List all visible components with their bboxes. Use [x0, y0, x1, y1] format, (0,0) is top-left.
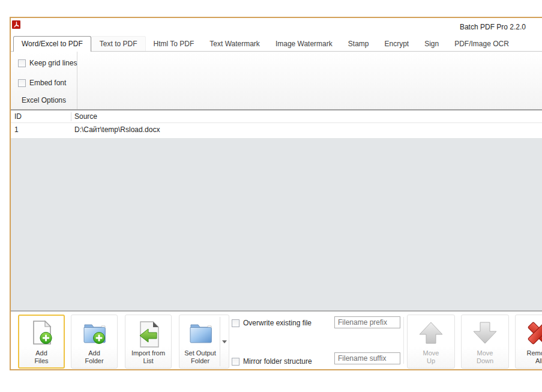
filename-prefix-input[interactable] [334, 316, 400, 328]
arrow-down-icon [471, 319, 499, 346]
toolbar-separator [403, 317, 404, 364]
set-output-folder-button[interactable]: Set Output Folder [179, 315, 229, 369]
move-down-button[interactable]: Move Down [461, 315, 509, 369]
document-add-icon [28, 319, 55, 346]
tab-pdf-image-ocr[interactable]: PDF/Image OCR [447, 37, 517, 51]
grid-header-row: ID Source [11, 110, 542, 123]
tab-text-to-pdf[interactable]: Text to PDF [91, 36, 146, 51]
tab-text-watermark[interactable]: Text Watermark [202, 37, 268, 51]
checkbox-overwrite-existing[interactable]: Overwrite existing file [232, 319, 312, 327]
tab-word-excel-to-pdf[interactable]: Word/Excel to PDF [13, 36, 91, 52]
remove-x-icon [525, 319, 542, 347]
checkbox-box [232, 319, 239, 327]
set-output-dropdown[interactable] [220, 317, 229, 366]
column-header-source[interactable]: Source [74, 112, 542, 121]
excel-options-group-title: Excel Options [11, 96, 77, 104]
table-row[interactable]: 1 D:\Сайт\temp\Rsload.docx [11, 123, 542, 136]
import-from-list-label: Import from List [127, 349, 170, 365]
move-up-button[interactable]: Move Up [407, 315, 455, 369]
cell-id: 1 [14, 125, 70, 134]
remove-all-label: Remove All [527, 349, 542, 365]
checkbox-embed-font[interactable]: Embed font [18, 79, 66, 87]
checkbox-box [18, 59, 26, 67]
filename-suffix-input[interactable] [334, 352, 400, 364]
add-files-button[interactable]: Add Files [18, 315, 65, 369]
tab-html-to-pdf[interactable]: Html To PDF [146, 37, 202, 51]
remove-all-button[interactable]: Remove All [515, 315, 542, 369]
pdf-app-icon [12, 20, 20, 29]
app-title: Batch PDF Pro 2.2.0 [371, 23, 526, 31]
chevron-down-icon [222, 340, 227, 343]
tab-sign[interactable]: Sign [417, 37, 447, 51]
column-separator[interactable] [71, 112, 71, 121]
import-from-list-button[interactable]: Import from List [125, 315, 172, 369]
arrow-up-icon [417, 319, 445, 346]
checkbox-keep-grid-lines[interactable]: Keep grid lines [18, 59, 77, 67]
checkbox-box [18, 79, 26, 87]
move-down-label: Move Down [477, 349, 493, 365]
bottom-toolbar: Add Files Add Folder Import from List [11, 312, 542, 369]
import-list-icon [134, 319, 162, 349]
checkbox-box [232, 358, 239, 366]
tab-encrypt[interactable]: Encrypt [376, 37, 417, 51]
tab-stamp[interactable]: Stamp [340, 37, 377, 51]
grid-content-area: ID Source 1 D:\Сайт\temp\Rsload.docx [11, 110, 542, 138]
cell-source: D:\Сайт\temp\Rsload.docx [74, 125, 542, 134]
output-folder-icon [187, 319, 214, 346]
column-header-id[interactable]: ID [14, 112, 70, 121]
add-folder-button[interactable]: Add Folder [71, 315, 118, 369]
add-folder-label: Add Folder [85, 349, 103, 365]
checkbox-mirror-structure[interactable]: Mirror folder structure [232, 357, 312, 366]
app-window: Batch PDF Pro 2.2.0 Word/Excel to PDF Te… [10, 17, 542, 370]
word-excel-tab-panel: Keep grid lines Embed font Excel Options [11, 52, 542, 109]
tab-strip: Word/Excel to PDF Text to PDF Html To PD… [11, 36, 542, 52]
checkbox-label: Mirror folder structure [243, 357, 312, 366]
checkbox-label: Embed font [29, 79, 66, 87]
checkbox-label: Keep grid lines [29, 59, 77, 67]
folder-add-icon [81, 319, 107, 346]
checkbox-label: Overwrite existing file [243, 319, 312, 327]
tab-image-watermark[interactable]: Image Watermark [268, 37, 340, 51]
move-up-label: Move Up [423, 349, 439, 365]
add-files-label: Add Files [34, 349, 48, 365]
file-list-grid: ID Source 1 D:\Сайт\temp\Rsload.docx [11, 109, 542, 312]
set-output-folder-label: Set Output Folder [184, 349, 216, 365]
title-bar: Batch PDF Pro 2.2.0 [11, 18, 542, 36]
